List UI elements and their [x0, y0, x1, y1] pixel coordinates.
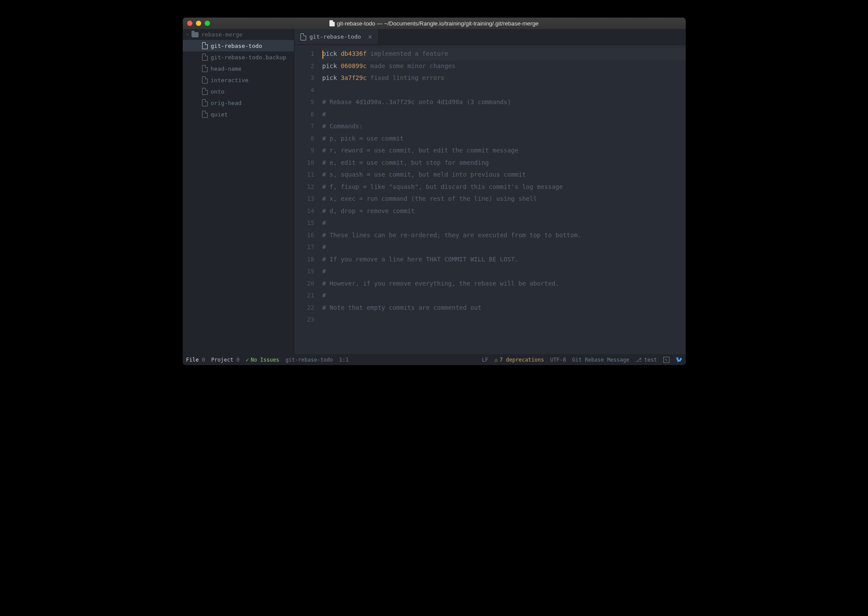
- tab-close-button[interactable]: ×: [368, 33, 372, 41]
- status-project[interactable]: Project 0: [211, 357, 240, 363]
- tree-item-onto[interactable]: onto: [183, 86, 294, 97]
- file-icon: [202, 54, 208, 61]
- editor-window: git-rebase-todo — ~/Documents/Rangle.io/…: [183, 18, 686, 365]
- file-icon: [202, 88, 208, 95]
- file-icon: [329, 20, 335, 26]
- tree-item-head-name[interactable]: head-name: [183, 63, 294, 74]
- tree-item-label: git-rebase-todo: [211, 43, 262, 49]
- code-editor[interactable]: 1234567891011121314151617181920212223 pi…: [294, 45, 686, 354]
- tree-item-label: quiet: [211, 111, 228, 118]
- folder-icon: [192, 32, 199, 37]
- tree-item-label: orig-head: [211, 100, 242, 106]
- status-encoding[interactable]: UTF-8: [550, 357, 566, 363]
- tab-git-rebase-todo[interactable]: git-rebase-todo ×: [294, 29, 379, 44]
- tree-root[interactable]: › rebase-merge: [183, 29, 294, 40]
- status-cursor-position[interactable]: 1:1: [339, 357, 349, 363]
- file-icon: [202, 111, 208, 118]
- chevron-down-icon: ›: [184, 33, 190, 36]
- traffic-lights: [187, 21, 210, 26]
- tree-item-git-rebase-todo[interactable]: git-rebase-todo: [183, 40, 294, 51]
- tree-item-interactive[interactable]: interactive: [183, 74, 294, 86]
- status-grammar[interactable]: Git Rebase Message: [572, 357, 629, 363]
- file-icon: [202, 76, 208, 83]
- status-no-issues[interactable]: No Issues: [246, 357, 279, 363]
- titlebar[interactable]: git-rebase-todo — ~/Documents/Rangle.io/…: [183, 18, 686, 29]
- status-filename[interactable]: git-rebase-todo: [286, 357, 333, 363]
- tree-item-label: head-name: [211, 65, 242, 72]
- file-icon: [202, 65, 208, 72]
- window-title: git-rebase-todo — ~/Documents/Rangle.io/…: [187, 20, 681, 27]
- tree-item-quiet[interactable]: quiet: [183, 109, 294, 120]
- status-bar: File 0 Project 0 No Issues git-rebase-to…: [183, 354, 686, 365]
- tree-item-git-rebase-todo-backup[interactable]: git-rebase-todo.backup: [183, 51, 294, 63]
- status-file[interactable]: File 0: [186, 357, 205, 363]
- status-git-branch[interactable]: test: [636, 357, 657, 363]
- status-line-ending[interactable]: LF: [482, 357, 488, 363]
- tree-root-label: rebase-merge: [201, 31, 242, 38]
- tree-item-label: git-rebase-todo.backup: [211, 54, 286, 61]
- window-close-button[interactable]: [187, 21, 192, 26]
- file-icon: [202, 42, 208, 49]
- file-icon: [300, 33, 306, 40]
- code-content[interactable]: pick db4336f implemented a featurepick 0…: [322, 48, 686, 354]
- tab-bar[interactable]: git-rebase-todo ×: [294, 29, 686, 45]
- window-title-text: git-rebase-todo — ~/Documents/Rangle.io/…: [337, 20, 539, 27]
- squirrel-icon[interactable]: 🐿: [676, 356, 682, 364]
- tree-item-label: onto: [211, 88, 224, 95]
- tree-item-label: interactive: [211, 77, 249, 83]
- line-number-gutter: 1234567891011121314151617181920212223: [294, 48, 322, 354]
- status-deprecations[interactable]: 7 deprecations: [494, 356, 544, 363]
- file-icon: [202, 99, 208, 106]
- status-edit-icon[interactable]: ✎: [663, 357, 669, 363]
- editor-pane: git-rebase-todo × 1234567891011121314151…: [294, 29, 686, 354]
- file-tree-sidebar[interactable]: › rebase-merge git-rebase-todo git-rebas…: [183, 29, 294, 354]
- tree-item-orig-head[interactable]: orig-head: [183, 97, 294, 109]
- main-area: › rebase-merge git-rebase-todo git-rebas…: [183, 29, 686, 354]
- window-maximize-button[interactable]: [205, 21, 210, 26]
- window-minimize-button[interactable]: [196, 21, 201, 26]
- tab-label: git-rebase-todo: [310, 33, 361, 40]
